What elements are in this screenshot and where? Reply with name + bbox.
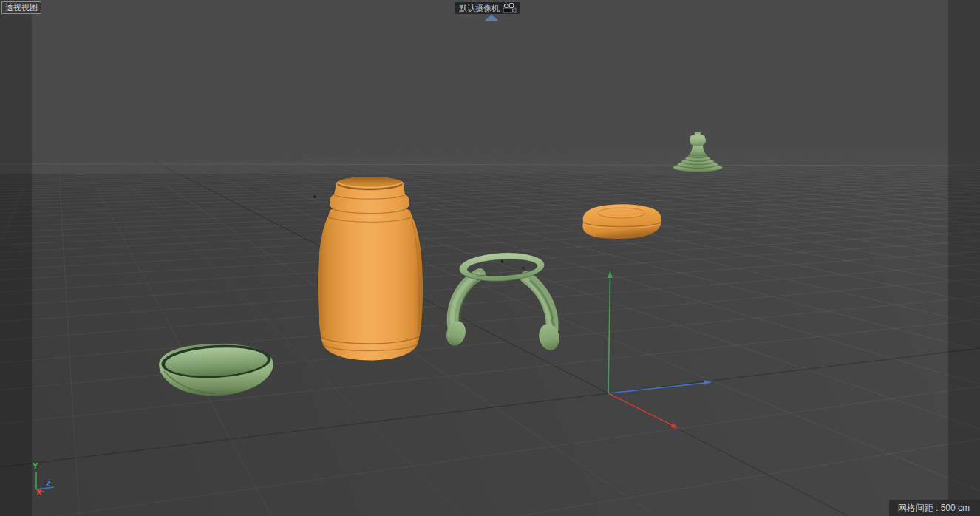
axis-label-y: Y bbox=[33, 461, 38, 470]
axis-label-x: X bbox=[36, 488, 41, 497]
view-name-label[interactable]: 透视视图 bbox=[1, 1, 41, 14]
grid-spacing-label: 网格间距 : 500 cm bbox=[889, 500, 980, 516]
ground-shading bbox=[0, 174, 980, 516]
axis-label-z: Z bbox=[46, 479, 51, 488]
grid-distance-fade bbox=[0, 0, 980, 192]
axis-orientation-triad: Y Z X bbox=[27, 460, 65, 500]
scene-canvas bbox=[0, 0, 980, 516]
movie-camera-icon bbox=[503, 3, 517, 13]
object-round-lid[interactable] bbox=[582, 204, 661, 239]
3d-viewport[interactable]: 透视视图 默认摄像机 网格间距 : 500 cm Y Z X bbox=[0, 0, 980, 516]
camera-name-text: 默认摄像机 bbox=[459, 2, 500, 14]
object-vase-body[interactable] bbox=[314, 177, 423, 360]
camera-name-label[interactable]: 默认摄像机 bbox=[455, 2, 520, 14]
camera-hud-marker[interactable] bbox=[485, 14, 498, 21]
